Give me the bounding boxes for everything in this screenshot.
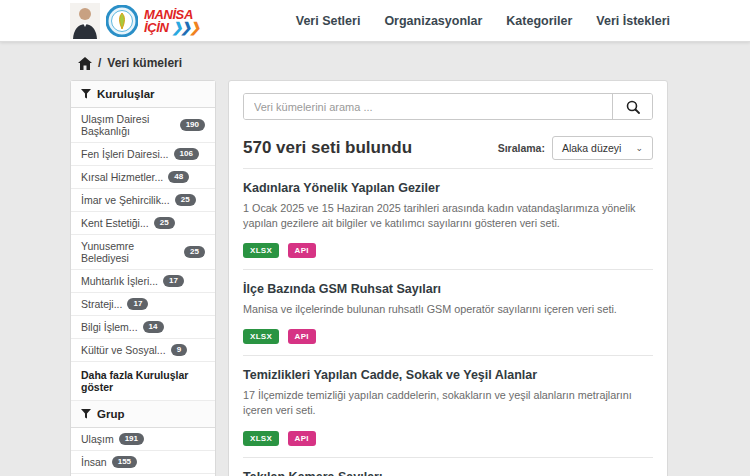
sidebar-item-label: Muhtarlık İşleri... [81, 275, 158, 287]
breadcrumb-separator: / [98, 56, 101, 70]
dataset-description: 17 İlçemizde temizliği yapılan caddeleri… [243, 388, 653, 418]
format-badge-xlsx[interactable]: XLSX [243, 329, 279, 344]
sidebar-section-kuruluslar: Kuruluşlar [71, 81, 215, 108]
dataset-title-link[interactable]: Kadınlara Yönelik Yapılan Geziler [243, 181, 653, 195]
sidebar-item-grup-insan[interactable]: İnsan 155 [71, 451, 215, 474]
sidebar-item-yunusemre[interactable]: Yunusemre Belediyesi 25 [71, 235, 215, 270]
breadcrumb: / Veri kümeleri [78, 56, 750, 70]
dataset-description: 1 Ocak 2025 ve 15 Haziran 2025 tarihleri… [243, 201, 653, 231]
count-badge: 191 [119, 433, 144, 445]
sidebar-item-label: Kent Estetiği... [81, 217, 149, 229]
count-badge: 25 [175, 194, 196, 206]
sidebar-item-label: Bilgi İşlem... [81, 321, 138, 333]
dataset-searchbar [243, 93, 653, 120]
sidebar-item-label: Strateji... [81, 298, 122, 310]
sort-label: Sıralama: [498, 142, 545, 154]
top-header: MANİSA İÇİN ❯❯❯ Veri Setleri Organizasyo… [0, 0, 750, 42]
nav-kategoriler[interactable]: Kategoriler [506, 14, 572, 28]
sidebar-item-label: İmar ve Şehircilik... [81, 194, 170, 206]
sidebar-item-label: İnsan [81, 456, 107, 468]
search-input[interactable] [244, 94, 612, 119]
nav-veri-setleri[interactable]: Veri Setleri [296, 14, 361, 28]
count-badge: 25 [154, 217, 175, 229]
dataset-list-item: İlçe Bazında GSM Ruhsat Sayıları Manisa … [243, 270, 653, 356]
sidebar-item-label: Yunusemre Belediyesi [81, 240, 179, 264]
dataset-results-panel: 570 veri seti bulundu Sıralama: Alaka dü… [228, 80, 668, 476]
count-badge: 106 [174, 148, 199, 160]
count-badge: 14 [143, 321, 164, 333]
dataset-list-item: Kadınlara Yönelik Yapılan Geziler 1 Ocak… [243, 169, 653, 270]
dataset-title-link[interactable]: İlçe Bazında GSM Ruhsat Sayıları [243, 282, 653, 296]
brand-chevrons-icon: ❯❯❯ [172, 20, 199, 35]
sidebar-item-fen-isleri[interactable]: Fen İşleri Dairesi... 106 [71, 143, 215, 166]
nav-organizasyonlar[interactable]: Organizasyonlar [384, 14, 482, 28]
sidebar-item-imar-sehircilik[interactable]: İmar ve Şehircilik... 25 [71, 189, 215, 212]
sidebar-section-title: Kuruluşlar [97, 88, 155, 100]
format-badge-xlsx[interactable]: XLSX [243, 431, 279, 446]
site-logo[interactable]: MANİSA İÇİN ❯❯❯ [70, 3, 198, 39]
main-nav: Veri Setleri Organizasyonlar Kategoriler… [296, 14, 670, 28]
count-badge: 17 [163, 275, 184, 287]
sidebar-item-kirsal-hizmetler[interactable]: Kırsal Hizmetler... 48 [71, 166, 215, 189]
count-badge: 190 [180, 119, 205, 131]
count-badge: 25 [184, 246, 205, 258]
sidebar-item-kultur-sosyal[interactable]: Kültür ve Sosyal... 9 [71, 339, 215, 362]
dataset-list: Kadınlara Yönelik Yapılan Geziler 1 Ocak… [243, 168, 653, 476]
home-icon[interactable] [78, 57, 92, 70]
dataset-title-link[interactable]: Temizlikleri Yapılan Cadde, Sokak ve Yeş… [243, 368, 653, 382]
show-more-organizations-link[interactable]: Daha fazla Kuruluşlar göster [71, 362, 215, 401]
sidebar-item-label: Fen İşleri Dairesi... [81, 148, 169, 160]
results-count-heading: 570 veri seti bulundu [243, 138, 412, 158]
sidebar-section-title: Grup [97, 408, 124, 420]
dataset-list-item: Takılan Kamera Sayıları Manisa ve ilçele… [243, 458, 653, 476]
brand-line2: İÇİN [144, 20, 168, 35]
breadcrumb-current: Veri kümeleri [107, 56, 182, 70]
dataset-description: Manisa ve ilçelerinde bulunan ruhsatlı G… [243, 302, 653, 317]
chevron-down-icon: ⌄ [635, 144, 643, 153]
count-badge: 9 [171, 344, 187, 356]
sidebar-section-grup: Grup [71, 401, 215, 428]
count-badge: 48 [168, 171, 189, 183]
municipality-seal-icon [106, 5, 138, 37]
count-badge: 17 [127, 298, 148, 310]
filter-sidebar: Kuruluşlar Ulaşım Dairesi Başkanlığı 190… [70, 80, 216, 476]
sidebar-item-label: Kırsal Hizmetler... [81, 171, 163, 183]
dataset-list-item: Temizlikleri Yapılan Cadde, Sokak ve Yeş… [243, 356, 653, 457]
sidebar-item-strateji[interactable]: Strateji... 17 [71, 293, 215, 316]
search-icon [626, 100, 640, 114]
sidebar-item-label: Kültür ve Sosyal... [81, 344, 166, 356]
format-badge-api[interactable]: API [288, 243, 316, 258]
format-badge-api[interactable]: API [288, 329, 316, 344]
search-button[interactable] [612, 94, 652, 119]
sort-selected-value: Alaka düzeyi [562, 142, 622, 154]
filter-funnel-icon [81, 89, 91, 99]
nav-veri-istekleri[interactable]: Veri İstekleri [596, 14, 670, 28]
format-badge-xlsx[interactable]: XLSX [243, 243, 279, 258]
sidebar-item-kent-estetigi[interactable]: Kent Estetiği... 25 [71, 212, 215, 235]
sort-select[interactable]: Alaka düzeyi ⌄ [552, 136, 653, 160]
sidebar-item-label: Ulaşım Dairesi Başkanlığı [81, 113, 175, 137]
format-badge-api[interactable]: API [288, 431, 316, 446]
sidebar-item-bilgi-islem[interactable]: Bilgi İşlem... 14 [71, 316, 215, 339]
filter-funnel-icon [81, 409, 91, 419]
sidebar-item-grup-ulasim[interactable]: Ulaşım 191 [71, 428, 215, 451]
count-badge: 155 [112, 456, 137, 468]
dataset-title-link[interactable]: Takılan Kamera Sayıları [243, 470, 653, 476]
sidebar-item-ulasim-dairesi[interactable]: Ulaşım Dairesi Başkanlığı 190 [71, 108, 215, 143]
mayor-photo [70, 3, 100, 39]
sidebar-item-muhtarlik[interactable]: Muhtarlık İşleri... 17 [71, 270, 215, 293]
sidebar-item-label: Ulaşım [81, 433, 114, 445]
